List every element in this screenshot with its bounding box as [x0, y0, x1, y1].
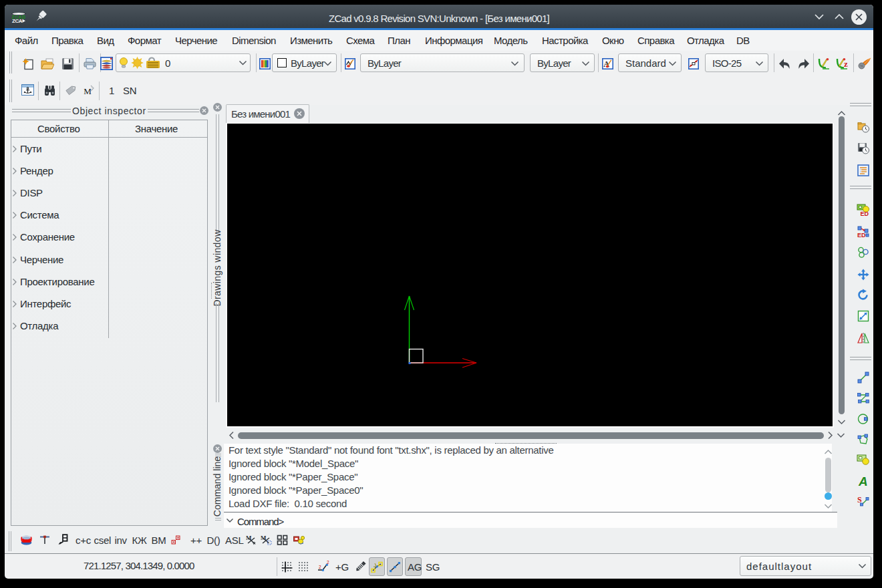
svg-text:2: 2 — [319, 565, 321, 569]
svg-text:ED: ED — [861, 210, 869, 216]
svg-text:M: M — [84, 86, 92, 96]
svg-text:z: z — [844, 59, 848, 69]
svg-text:2: 2 — [327, 561, 329, 565]
svg-text:ED: ED — [857, 232, 866, 238]
